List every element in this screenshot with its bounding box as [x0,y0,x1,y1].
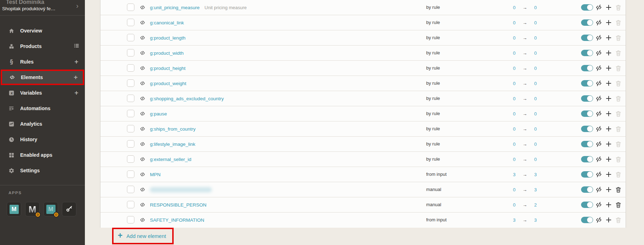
add-rule-to-element-icon[interactable] [605,125,612,132]
row-checkbox[interactable] [127,49,134,56]
delete-element-trash-icon[interactable] [615,141,622,148]
count-before-link[interactable]: 0 [509,81,520,86]
app-tile-mergado-teal-muted[interactable]: M D [43,202,58,216]
delete-element-trash-icon[interactable] [615,110,622,117]
count-before-link[interactable]: 0 [509,96,520,101]
add-new-element-button[interactable]: Add new element [126,233,166,239]
sidebar-item-history[interactable]: History [0,132,85,147]
row-checkbox[interactable] [127,186,134,193]
count-after-link[interactable]: 3 [530,217,541,223]
count-after-link[interactable]: 3 [530,172,541,177]
delete-element-trash-icon[interactable] [615,34,622,41]
delete-element-trash-icon[interactable] [615,80,622,87]
element-name-link[interactable]: g:pause [150,111,167,116]
count-after-link[interactable]: 0 [530,142,541,147]
delete-element-trash-icon[interactable] [615,19,622,26]
count-before-link[interactable]: 3 [509,172,520,177]
element-name-link[interactable]: g:lifestyle_image_link [150,142,195,147]
code-off-icon[interactable] [595,125,602,132]
add-rule-to-element-icon[interactable] [605,216,612,223]
code-off-icon[interactable] [595,65,602,72]
element-name-link[interactable]: g:product_weight [150,81,186,86]
count-after-link[interactable]: 3 [530,187,541,192]
element-enabled-toggle[interactable] [581,80,593,86]
row-checkbox[interactable] [127,171,134,178]
delete-element-trash-icon[interactable] [615,95,622,102]
element-enabled-toggle[interactable] [581,156,593,162]
element-enabled-toggle[interactable] [581,95,593,102]
code-off-icon[interactable] [595,201,602,208]
element-name-link[interactable]: g:shopping_ads_excluded_country [150,96,224,101]
sidebar-item-elements[interactable]: Elements + [1,70,84,85]
row-checkbox[interactable] [127,140,134,148]
add-rule-to-element-icon[interactable] [605,4,612,11]
add-rule-to-element-icon[interactable] [605,80,612,87]
count-after-link[interactable]: 0 [530,126,541,132]
element-enabled-toggle[interactable] [581,65,593,71]
element-enabled-toggle[interactable] [581,141,593,147]
row-checkbox[interactable] [127,110,134,117]
add-element-plus-icon[interactable]: + [72,74,79,81]
delete-element-trash-icon[interactable] [615,201,622,208]
element-name-link[interactable]: g:unit_pricing_measure [150,5,199,10]
count-after-link[interactable]: 0 [530,50,541,56]
count-before-link[interactable]: 0 [509,5,520,10]
row-checkbox[interactable] [127,216,134,223]
sidebar-item-analytics[interactable]: Analytics [0,116,85,132]
product-list-icon[interactable] [73,43,80,50]
row-checkbox[interactable] [127,155,134,163]
row-checkbox[interactable] [127,4,134,11]
project-header[interactable]: Test Dominika Shopitak produktový fe… › [0,0,85,16]
add-rule-to-element-icon[interactable] [605,110,612,117]
count-before-link[interactable]: 3 [509,217,520,223]
count-after-link[interactable]: 0 [530,81,541,86]
count-before-link[interactable]: 0 [509,35,520,41]
count-after-link[interactable]: 2 [530,202,541,208]
add-rule-to-element-icon[interactable] [605,186,612,193]
code-off-icon[interactable] [595,171,602,178]
count-after-link[interactable]: 0 [530,66,541,71]
delete-element-trash-icon[interactable] [615,4,622,11]
element-name-link[interactable]: SAFETY_INFORMATION [150,217,204,223]
count-before-link[interactable]: 0 [509,111,520,116]
code-off-icon[interactable] [595,49,602,56]
element-name-link[interactable]: g:ships_from_country [150,126,196,132]
element-enabled-toggle[interactable] [581,171,593,178]
delete-element-trash-icon[interactable] [615,186,622,193]
count-before-link[interactable]: 0 [509,126,520,132]
add-rule-plus-icon[interactable]: + [73,58,80,65]
app-tile-mergado-teal[interactable]: M [7,202,21,216]
count-after-link[interactable]: 0 [530,20,541,25]
element-name-link[interactable]: RESPONSIBLE_PERSON [150,202,207,208]
element-enabled-toggle[interactable] [581,35,593,41]
element-name-link[interactable]: g:external_seller_id [150,157,191,162]
count-before-link[interactable]: 0 [509,187,520,192]
app-tile-key[interactable] [62,202,76,216]
count-after-link[interactable]: 0 [530,96,541,101]
count-after-link[interactable]: 0 [530,35,541,41]
element-enabled-toggle[interactable] [581,186,593,193]
add-rule-to-element-icon[interactable] [605,201,612,208]
count-before-link[interactable]: 0 [509,202,520,208]
sidebar-item-enabled-apps[interactable]: Enabled apps [0,147,85,163]
element-name-link[interactable]: g:product_length [150,35,186,41]
sidebar-item-settings[interactable]: Settings [0,163,85,178]
row-checkbox[interactable] [127,64,134,72]
add-rule-to-element-icon[interactable] [605,156,612,163]
add-rule-to-element-icon[interactable] [605,65,612,72]
row-checkbox[interactable] [127,201,134,208]
chevron-right-icon[interactable]: › [76,2,79,9]
code-off-icon[interactable] [595,216,602,223]
delete-element-trash-icon[interactable] [615,156,622,163]
code-off-icon[interactable] [595,141,602,148]
add-rule-to-element-icon[interactable] [605,34,612,41]
add-variable-plus-icon[interactable]: + [73,89,80,96]
count-before-link[interactable]: 0 [509,142,520,147]
delete-element-trash-icon[interactable] [615,125,622,132]
sidebar-item-variables[interactable]: x Variables + [0,85,85,101]
element-name-link[interactable]: g:product_height [150,66,186,71]
code-off-icon[interactable] [595,4,602,11]
count-before-link[interactable]: 0 [509,20,520,25]
row-checkbox[interactable] [127,79,134,87]
count-before-link[interactable]: 0 [509,50,520,56]
